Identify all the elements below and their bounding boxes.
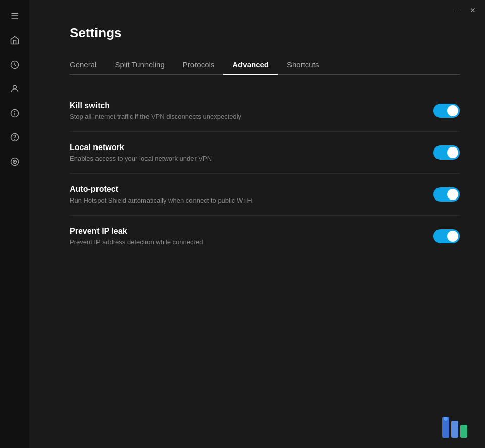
tab-split-tunneling[interactable]: Split Tunneling [106, 55, 173, 75]
setting-auto-protect-info: Auto-protect Run Hotspot Shield automati… [70, 185, 413, 204]
toggle-kill-switch-thumb [447, 105, 458, 116]
titlebar: — ✕ [29, 0, 485, 20]
app-logo [442, 414, 475, 438]
svg-point-6 [15, 139, 15, 140]
menu-icon[interactable]: ☰ [5, 6, 25, 26]
setting-kill-switch: Kill switch Stop all internet traffic if… [70, 90, 460, 132]
setting-prevent-ip-leak-title: Prevent IP leak [70, 227, 413, 236]
logo-svg [442, 414, 475, 438]
svg-point-9 [14, 161, 15, 162]
toggle-auto-protect-thumb [447, 189, 458, 200]
toggle-local-network-thumb [447, 147, 458, 158]
setting-prevent-ip-leak-desc: Prevent IP address detection while conne… [70, 238, 413, 246]
help-icon[interactable] [5, 127, 25, 147]
setting-local-network: Local network Enables access to your loc… [70, 132, 460, 174]
settings-list: Kill switch Stop all internet traffic if… [70, 90, 460, 257]
close-button[interactable]: ✕ [467, 4, 479, 16]
setting-auto-protect-desc: Run Hotspot Shield automatically when co… [70, 196, 413, 204]
toggle-auto-protect[interactable] [433, 187, 460, 202]
tab-protocols[interactable]: Protocols [174, 55, 224, 75]
user-icon[interactable] [5, 79, 25, 99]
toggle-prevent-ip-leak[interactable] [433, 229, 460, 243]
setting-local-network-info: Local network Enables access to your loc… [70, 143, 413, 162]
home-icon[interactable] [5, 30, 25, 51]
page-title: Settings [70, 25, 460, 41]
setting-prevent-ip-leak: Prevent IP leak Prevent IP address detec… [70, 216, 460, 257]
sidebar: ☰ [0, 0, 29, 448]
toggle-prevent-ip-leak-thumb [447, 231, 458, 242]
svg-rect-11 [451, 421, 458, 438]
svg-point-1 [13, 85, 17, 89]
setting-auto-protect-title: Auto-protect [70, 185, 413, 194]
setting-prevent-ip-leak-info: Prevent IP leak Prevent IP address detec… [70, 227, 413, 246]
main-content: — ✕ Settings General Split Tunneling Pro… [29, 0, 485, 448]
target-icon[interactable] [5, 152, 25, 172]
setting-kill-switch-title: Kill switch [70, 101, 413, 110]
settings-tabs: General Split Tunneling Protocols Advanc… [70, 55, 460, 75]
svg-point-13 [444, 417, 448, 421]
minimize-button[interactable]: — [451, 4, 463, 16]
setting-kill-switch-info: Kill switch Stop all internet traffic if… [70, 101, 413, 120]
setting-local-network-title: Local network [70, 143, 413, 152]
svg-rect-12 [460, 425, 467, 438]
tab-general[interactable]: General [70, 55, 106, 75]
toggle-kill-switch[interactable] [433, 104, 460, 118]
setting-local-network-desc: Enables access to your local network und… [70, 155, 413, 162]
toggle-local-network[interactable] [433, 145, 460, 160]
tab-advanced[interactable]: Advanced [223, 55, 278, 75]
tab-shortcuts[interactable]: Shortcuts [278, 55, 328, 75]
setting-auto-protect: Auto-protect Run Hotspot Shield automati… [70, 174, 460, 216]
settings-content: Settings General Split Tunneling Protoco… [29, 20, 485, 448]
setting-kill-switch-desc: Stop all internet traffic if the VPN dis… [70, 113, 413, 120]
speed-icon[interactable] [5, 55, 25, 75]
info-icon[interactable] [5, 103, 25, 123]
